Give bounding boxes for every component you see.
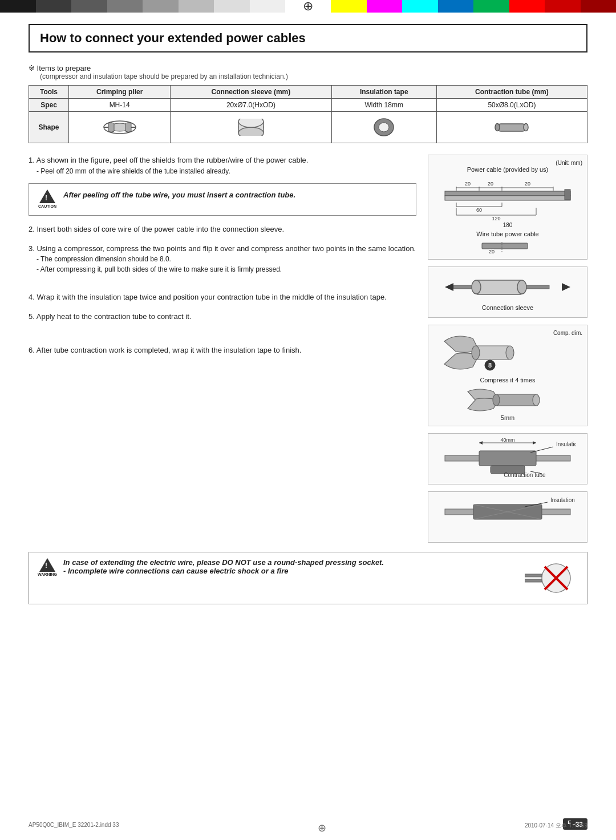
connection-sleeve-shape (175, 115, 326, 140)
d3-comp-text: Comp. dim. (553, 330, 582, 336)
svg-text:20: 20 (525, 181, 530, 187)
warning-content: WARNING In case of extending the electri… (37, 558, 516, 576)
swatch-r3 (581, 0, 617, 13)
diagram-1: (Unit: mm) Power cable (provided by us) … (428, 155, 587, 260)
svg-rect-53 (479, 451, 536, 466)
caution-label: CAUTION (38, 204, 56, 210)
swatch-r2 (545, 0, 581, 13)
caution-box: CAUTION After peeling off the tube wire,… (29, 183, 416, 216)
title-box: How to connect your extended power cable… (29, 24, 587, 52)
swatch-8 (250, 0, 286, 13)
svg-point-11 (495, 123, 500, 131)
warning-text-2: - Incomplete wire connections can cause … (63, 567, 384, 575)
swatch-3 (71, 0, 107, 13)
diagram-4: Insulation tape 40mm Contraction tube (428, 433, 587, 484)
svg-marker-43 (562, 283, 570, 291)
swatch-4 (107, 0, 143, 13)
d3-dim: 5mm (433, 414, 582, 421)
items-prepare-label: ※ Items to prepare (29, 64, 587, 72)
shape-insulation-tape (331, 112, 436, 143)
connection-sleeve-diagram (439, 272, 576, 303)
spec-row: Spec MH-14 20xØ7.0(HxOD) Width 18mm 50xØ… (29, 99, 587, 112)
svg-point-7 (238, 119, 264, 127)
swatch-7 (214, 0, 250, 13)
col-sleeve: Connection sleeve (mm) (171, 86, 331, 99)
svg-point-41 (517, 280, 526, 294)
step-5: 5. Apply heat to the contraction tube to… (29, 311, 416, 322)
shape-sleeve (171, 112, 331, 143)
svg-rect-30 (565, 189, 570, 200)
warning-triangle (39, 558, 55, 572)
spec-label: Spec (29, 99, 69, 112)
svg-line-55 (530, 447, 553, 453)
swatch-r1 (509, 0, 545, 13)
caution-triangle (39, 189, 55, 203)
svg-point-46 (506, 346, 514, 360)
d3-compressor-area: 8 (433, 330, 524, 377)
warning-box: WARNING In case of extending the electri… (29, 552, 587, 604)
svg-text:Insulation tape: Insulation tape (556, 441, 576, 447)
svg-rect-10 (497, 124, 526, 131)
svg-rect-70 (525, 574, 542, 577)
no-socket-icon (525, 558, 576, 598)
svg-rect-44 (476, 346, 510, 360)
wire-tube-diagram: 20 (479, 237, 536, 255)
insulation-tape-shape (337, 115, 432, 140)
spec-insulation: Width 18mm (331, 99, 436, 112)
step-1: 1. As shown in the figure, peel off the … (29, 155, 416, 216)
caution-icon: CAUTION (37, 189, 58, 210)
table-header-row: Tools Crimping plier Connection sleeve (… (29, 86, 587, 99)
shape-contraction-tube (436, 112, 587, 143)
svg-text:Contraction tube: Contraction tube (504, 472, 546, 478)
svg-point-51 (533, 394, 540, 406)
crimping-plier-icon (100, 116, 140, 139)
svg-text:40mm: 40mm (500, 438, 514, 443)
warning-text-block: In case of extending the electric wire, … (63, 558, 384, 575)
insulation-diagram: Insulation tape 40mm Contraction tube (439, 438, 576, 478)
svg-text:20: 20 (489, 249, 495, 255)
step-4-title: 4. Wrap it with the insulation tape twic… (29, 292, 416, 303)
step-3-sub2: - After compressing it, pull both sides … (37, 264, 416, 274)
step-1-title: 1. As shown in the figure, peel off the … (29, 155, 416, 166)
step-4: 4. Wrap it with the insulation tape twic… (29, 292, 416, 303)
d2-label: Connection sleeve (433, 304, 582, 311)
d1-label: Wire tube power cable (433, 231, 582, 237)
swatch-m (367, 0, 403, 13)
col-insulation: Insulation tape (331, 86, 436, 99)
shape-row: Shape (29, 112, 587, 143)
step-1-sub1: - Peel off 20 mm of the wire shields of … (37, 166, 416, 176)
spec-sleeve: 20xØ7.0(HxOD) (171, 99, 331, 112)
swatch-5 (143, 0, 179, 13)
svg-point-50 (493, 394, 500, 406)
svg-point-40 (472, 280, 481, 294)
crimping-plier-shape (74, 115, 165, 140)
swatch-b (438, 0, 474, 13)
caution-text: After peeling off the tube wire, you mus… (63, 189, 295, 201)
diagram-5: Insulation tape (428, 491, 587, 543)
d3-label: Compress it 4 times (433, 377, 582, 383)
svg-text:8: 8 (488, 362, 492, 369)
final-insulation-diagram: Insulation tape (439, 496, 576, 531)
compass-bottom: ⊕ (318, 822, 326, 834)
d1-dim-180: 180 (433, 222, 582, 228)
footer-right: 2010-07-14 오후 4:40:59 (525, 822, 587, 834)
step-2-title: 2. Insert both sides of core wire of the… (29, 224, 416, 235)
svg-rect-14 (445, 196, 570, 200)
diagram-2: Connection sleeve (428, 266, 587, 318)
color-bar: ⊕ (0, 0, 616, 13)
svg-marker-59 (533, 441, 536, 445)
shape-label: Shape (29, 112, 69, 143)
compressor-diagram: 8 (433, 330, 524, 375)
footer-left: AP50Q0C_IBIM_E 32201-2.indd 33 (29, 822, 119, 834)
svg-text:20: 20 (465, 181, 471, 187)
tools-table: Tools Crimping plier Connection sleeve (… (29, 85, 587, 143)
swatch-c (402, 0, 438, 13)
svg-marker-58 (479, 441, 483, 445)
step-2: 2. Insert both sides of core wire of the… (29, 224, 416, 235)
contraction-tube-shape (441, 115, 582, 140)
d1-unit: (Unit: mm) (433, 160, 582, 166)
warning-icon: WARNING (37, 558, 58, 576)
swatch-y (331, 0, 367, 13)
items-prepare: ※ Items to prepare (compressor and insul… (29, 64, 587, 80)
color-bar-left (0, 0, 285, 13)
